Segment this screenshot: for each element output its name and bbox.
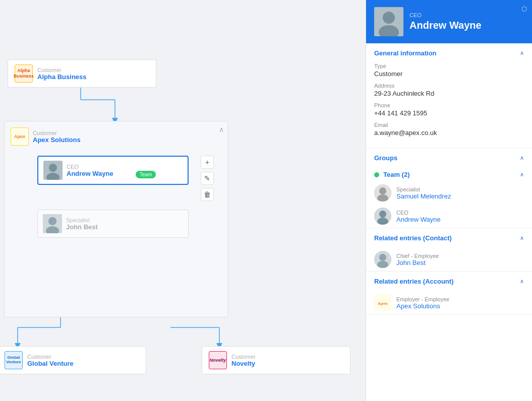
svg-point-20 xyxy=(379,187,386,194)
andrew-wayne-name: Andrew Wayne xyxy=(67,170,113,177)
john-best-entry-name[interactable]: John Best xyxy=(396,259,439,266)
global-venture-node[interactable]: GlobalVenture Customer Global Venture xyxy=(0,346,146,374)
apex-header: Apex Customer Apex Solutions xyxy=(11,127,222,146)
john-best-info: Specialist John Best xyxy=(66,217,98,231)
groups-body: Team (2) ∧ Specialist Samuel Melendrez xyxy=(366,168,532,228)
apex-related-avatar: Apex xyxy=(374,294,391,311)
team-group-item[interactable]: Team (2) ∧ xyxy=(366,168,532,181)
alpha-business-info: Customer Alpha Business xyxy=(37,67,87,81)
novelty-logo: Novelty xyxy=(208,351,227,370)
team-badge[interactable]: Team xyxy=(136,171,156,178)
org-chart-panel: AlphaBusiness Customer Alpha Business Ap… xyxy=(0,0,366,401)
detail-header: CEO Andrew Wayne ⬡ xyxy=(366,0,532,43)
related-account-chevron: ∧ xyxy=(520,278,524,285)
delete-button[interactable]: 🗑 xyxy=(201,188,214,201)
global-name: Global Venture xyxy=(27,360,74,367)
detail-role: CEO xyxy=(409,12,524,18)
related-account-body: Apex Employer - Employee Apex Solutions xyxy=(366,291,532,314)
global-logo-icon: GlobalVenture xyxy=(5,351,23,369)
novelty-logo-icon: Novelty xyxy=(209,351,227,369)
related-john-best: Chief - Employee John Best xyxy=(366,248,532,271)
type-label: Type xyxy=(374,63,524,69)
global-venture-info: Customer Global Venture xyxy=(27,354,74,367)
novelty-info: Customer Novelty xyxy=(231,354,256,367)
andrew-team-avatar xyxy=(374,208,391,225)
related-account-section: Related entries (Account) ∧ Apex Employe… xyxy=(366,272,532,315)
address-label: Address xyxy=(374,83,524,89)
email-value: a.wayne@apex.co.uk xyxy=(374,129,524,137)
global-venture-logo: GlobalVenture xyxy=(4,351,23,370)
related-apex: Apex Employer - Employee Apex Solutions xyxy=(366,291,532,314)
john-best-related-info: Chief - Employee John Best xyxy=(396,253,439,266)
team-chevron: ∧ xyxy=(520,171,524,178)
apex-type: Customer xyxy=(33,130,81,136)
samuel-role: Specialist xyxy=(396,186,451,192)
general-info-chevron: ∧ xyxy=(520,50,524,56)
expand-icon[interactable]: ⬡ xyxy=(521,5,527,13)
related-contact-section: Related entries (Contact) ∧ Chief - Empl… xyxy=(366,228,532,272)
andrew-wayne-info: CEO Andrew Wayne xyxy=(67,164,113,177)
apex-related-info: Employer - Employee Apex Solutions xyxy=(396,296,449,310)
john-best-entry-role: Chief - Employee xyxy=(396,253,439,259)
related-contact-header[interactable]: Related entries (Contact) ∧ xyxy=(366,228,532,248)
phone-field: Phone +44 141 429 1595 xyxy=(374,102,524,117)
team-member-andrew: CEO Andrew Wayne xyxy=(366,205,532,228)
alpha-business-node[interactable]: AlphaBusiness Customer Alpha Business xyxy=(8,59,156,88)
apex-logo-icon: Apex xyxy=(11,127,29,146)
type-field: Type Customer xyxy=(374,63,524,78)
andrew-wayne-role: CEO xyxy=(67,164,113,170)
phone-label: Phone xyxy=(374,102,524,108)
alpha-business-logo: AlphaBusiness xyxy=(14,64,33,83)
svg-point-26 xyxy=(379,254,386,261)
svg-text:Apex: Apex xyxy=(378,301,388,306)
john-best-node[interactable]: Specialist John Best xyxy=(37,210,189,238)
andrew-wayne-node[interactable]: CEO Andrew Wayne xyxy=(37,156,189,185)
apex-name: Apex Solutions xyxy=(33,136,81,144)
apex-collapse-button[interactable]: ∧ xyxy=(219,125,224,133)
novelty-type: Customer xyxy=(231,354,256,360)
apex-entry-role: Employer - Employee xyxy=(396,296,449,302)
john-best-avatar xyxy=(43,214,62,233)
detail-name: Andrew Wayne xyxy=(409,20,524,31)
samuel-info: Specialist Samuel Melendrez xyxy=(396,186,451,200)
apex-entry-name[interactable]: Apex Solutions xyxy=(396,302,449,310)
detail-header-info: CEO Andrew Wayne xyxy=(409,12,524,31)
edit-button[interactable]: ✎ xyxy=(201,172,214,185)
detail-panel: CEO Andrew Wayne ⬡ General information ∧… xyxy=(366,0,532,401)
svg-point-14 xyxy=(48,217,56,225)
samuel-avatar xyxy=(374,184,391,202)
detail-avatar xyxy=(374,7,403,36)
related-account-header[interactable]: Related entries (Account) ∧ xyxy=(366,272,532,291)
team-member-samuel: Specialist Samuel Melendrez xyxy=(366,181,532,205)
andrew-team-name[interactable]: Andrew Wayne xyxy=(396,216,441,223)
email-label: Email xyxy=(374,122,524,128)
alpha-logo-icon: AlphaBusiness xyxy=(15,64,33,83)
related-account-title: Related entries (Account) xyxy=(374,278,453,285)
general-info-header[interactable]: General information ∧ xyxy=(366,43,532,63)
svg-point-23 xyxy=(379,211,386,218)
samuel-name[interactable]: Samuel Melendrez xyxy=(396,192,451,200)
phone-value: +44 141 429 1595 xyxy=(374,109,524,117)
novelty-node[interactable]: Novelty Customer Novelty xyxy=(202,346,350,374)
address-value: 29-23 Auchinleck Rd xyxy=(374,90,524,97)
alpha-name: Alpha Business xyxy=(37,73,87,81)
related-contact-body: Chief - Employee John Best xyxy=(366,248,532,271)
related-contact-title: Related entries (Contact) xyxy=(374,234,452,242)
general-info-section: General information ∧ Type Customer Addr… xyxy=(366,43,532,148)
add-button[interactable]: + xyxy=(201,156,214,169)
address-field: Address 29-23 Auchinleck Rd xyxy=(374,83,524,97)
groups-header[interactable]: Groups ∧ xyxy=(366,148,532,168)
general-info-body: Type Customer Address 29-23 Auchinleck R… xyxy=(366,63,532,148)
andrew-wayne-avatar xyxy=(43,161,63,180)
svg-point-11 xyxy=(49,164,57,172)
apex-container: Apex Customer Apex Solutions ∧ xyxy=(4,121,228,317)
groups-title: Groups xyxy=(374,154,397,162)
alpha-type: Customer xyxy=(37,67,87,73)
andrew-team-role: CEO xyxy=(396,210,441,216)
type-value: Customer xyxy=(374,70,524,78)
groups-section: Groups ∧ Team (2) ∧ Specialist xyxy=(366,148,532,228)
john-best-role: Specialist xyxy=(66,217,98,223)
general-info-title: General information xyxy=(374,49,437,57)
andrew-team-info: CEO Andrew Wayne xyxy=(396,210,441,223)
john-best-related-avatar xyxy=(374,251,391,268)
